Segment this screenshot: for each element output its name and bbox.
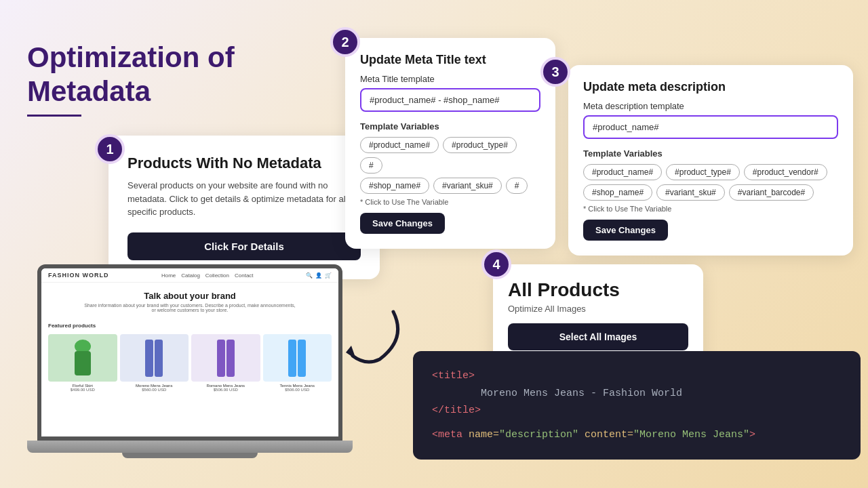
svg-rect-6 xyxy=(226,340,235,377)
step1-title: Products With No Metadata xyxy=(127,155,361,172)
step2-save-button[interactable]: Save Changes xyxy=(360,213,445,234)
meta-title-input[interactable] xyxy=(360,88,540,112)
svg-rect-2 xyxy=(75,351,91,375)
code-line-4: <meta name="description" content="Moreno… xyxy=(432,426,842,444)
var3-tag-product-name[interactable]: #product_name# xyxy=(583,164,662,180)
step4-title: All Products xyxy=(508,279,688,301)
laptop-featured-label: Featured products xyxy=(41,320,338,331)
step1-card: Products With No Metadata Several produc… xyxy=(108,136,380,279)
var-tag-product-name[interactable]: #product_name# xyxy=(360,137,439,153)
step3-vars-label: Template Variables xyxy=(583,148,838,159)
var-tag-product-type[interactable]: #product_type# xyxy=(443,137,517,153)
svg-rect-3 xyxy=(145,340,153,377)
meta-description-input[interactable] xyxy=(583,115,838,139)
step-1-badge: 1 xyxy=(95,134,125,164)
var-tag-variant-sku[interactable]: #variant_sku# xyxy=(433,178,502,194)
step-2-badge: 2 xyxy=(330,27,360,57)
laptop-mockup: FASHION WORLD Home Catalog Collection Co… xyxy=(27,264,353,458)
step3-save-button[interactable]: Save Changes xyxy=(583,220,668,241)
step2-vars-label: Template Variables xyxy=(360,121,540,131)
step-4-badge: 4 xyxy=(481,249,511,279)
code-block: <title> Moreno Mens Jeans - Fashion Worl… xyxy=(413,351,861,460)
laptop-nav: FASHION WORLD Home Catalog Collection Co… xyxy=(41,268,338,283)
click-for-details-button[interactable]: Click For Details xyxy=(127,232,361,260)
var3-tag-product-type[interactable]: #product_type# xyxy=(666,164,740,180)
product-4: Tennis Mens Jeans $506.00 USD xyxy=(263,334,332,392)
laptop-hero-desc: Share information about your brand with … xyxy=(47,303,333,312)
var3-tag-shop-name[interactable]: #shop_name# xyxy=(583,184,652,201)
laptop-hero: Talk about your brand Share information … xyxy=(41,283,338,320)
code-line-2: Moreno Mens Jeans - Fashion World xyxy=(432,385,842,403)
step2-title: Update Meta Title text xyxy=(360,53,540,67)
var-tag-shop-name[interactable]: #shop_name# xyxy=(360,178,429,194)
laptop-nav-icons: 🔍 👤 🛒 xyxy=(306,272,332,279)
left-section: Optimization of Metadata xyxy=(27,41,258,137)
step4-card: All Products Optimize All Images Select … xyxy=(493,264,703,365)
svg-rect-5 xyxy=(217,340,225,377)
step2-vars-row1: #product_name# #product_type# # xyxy=(360,137,540,174)
step2-card: Update Meta Title text Meta Title templa… xyxy=(345,38,555,249)
step3-vars-row1: #product_name# #product_type# #product_v… xyxy=(583,164,838,180)
var3-tag-variant-barcode[interactable]: #variant_barcode# xyxy=(729,184,814,201)
product-2: Moreno Mens Jeans $560.00 USD xyxy=(120,334,189,392)
step-3-badge: 3 xyxy=(540,57,570,87)
var3-tag-variant-sku[interactable]: #variant_sku# xyxy=(656,184,725,201)
step3-field-label: Meta description template xyxy=(583,101,838,111)
svg-rect-7 xyxy=(288,340,296,377)
laptop-foot xyxy=(122,453,258,458)
select-all-images-button[interactable]: Select All Images xyxy=(508,323,688,350)
laptop-base xyxy=(27,441,353,453)
step4-subtitle: Optimize All Images xyxy=(508,304,688,314)
laptop-screen: FASHION WORLD Home Catalog Collection Co… xyxy=(37,264,342,441)
var-tag-extra1[interactable]: # xyxy=(360,157,382,174)
step3-click-hint: * Click to Use The Variable xyxy=(583,205,838,213)
step2-click-hint: * Click to Use The Variable xyxy=(360,198,540,206)
svg-rect-8 xyxy=(298,340,306,377)
code-line-3: </title> xyxy=(432,402,842,420)
laptop-nav-links: Home Catalog Collection Contact xyxy=(161,272,254,279)
step3-title: Update meta description xyxy=(583,80,838,94)
title-underline xyxy=(27,115,81,117)
laptop-hero-title: Talk about your brand xyxy=(47,291,333,301)
laptop-brand: FASHION WORLD xyxy=(48,272,109,279)
product-3: Romano Mens Jeans $506.00 USD xyxy=(191,334,260,392)
product-1: Florful Skirt $499.00 USD xyxy=(48,334,117,392)
step3-card: Update meta description Meta description… xyxy=(568,65,853,256)
var-tag-extra2[interactable]: # xyxy=(506,178,528,194)
code-line-1: <title> xyxy=(432,367,842,385)
var3-tag-product-vendor[interactable]: #product_vendor# xyxy=(744,164,827,180)
laptop-products: Florful Skirt $499.00 USD Moreno Mens Je… xyxy=(41,331,338,394)
step3-vars-row2: #shop_name# #variant_sku# #variant_barco… xyxy=(583,184,838,201)
page-title: Optimization of Metadata xyxy=(27,41,258,109)
step1-description: Several products on your website are fou… xyxy=(127,179,361,219)
step2-vars-row2: #shop_name# #variant_sku# # xyxy=(360,178,540,194)
step2-field-label: Meta Title template xyxy=(360,74,540,84)
svg-rect-4 xyxy=(155,340,163,377)
